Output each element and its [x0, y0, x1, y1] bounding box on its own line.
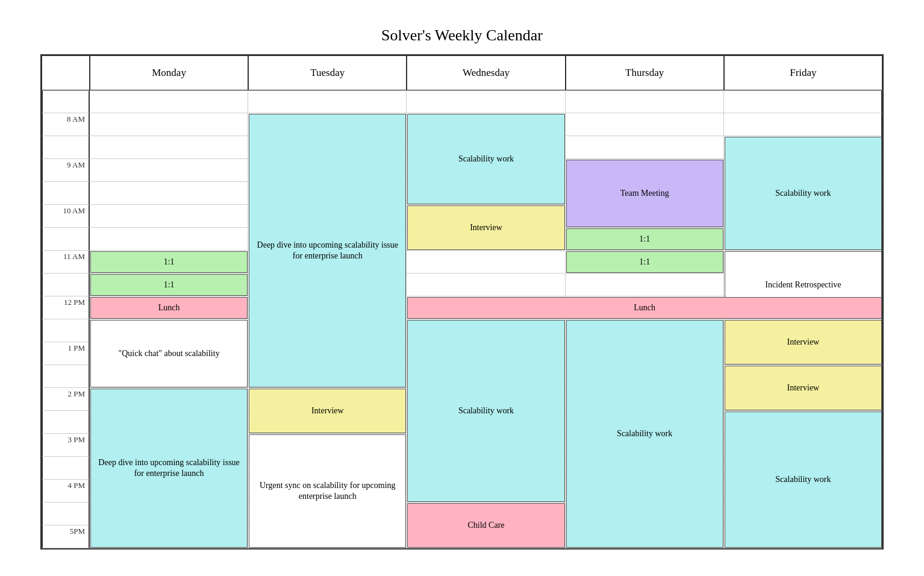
- day-cell: [90, 205, 248, 228]
- time-header: [42, 55, 90, 90]
- calendar-event[interactable]: Lunch: [90, 297, 248, 319]
- calendar-event[interactable]: Scalability work: [407, 114, 564, 204]
- calendar-event[interactable]: Scalability work: [725, 412, 882, 548]
- calendar-event[interactable]: "Quick chat" about scalability: [90, 320, 248, 387]
- time-label: [42, 90, 90, 113]
- day-cell: [90, 159, 248, 182]
- calendar-body: 8 AM9 AM10 AM11 AM12 PM1 PM2 PM3 PM4 PM5…: [42, 90, 882, 548]
- day-cell: [566, 90, 724, 113]
- day-cell: [566, 113, 724, 136]
- header-wednesday: Wednesday: [407, 55, 565, 90]
- time-label: 11 AM: [42, 251, 90, 274]
- time-label: [42, 228, 90, 251]
- day-cell: [724, 113, 882, 136]
- time-label: [42, 502, 90, 525]
- calendar-event[interactable]: Deep dive into upcoming scalability issu…: [249, 114, 406, 387]
- day-cell: [566, 274, 724, 296]
- calendar-event[interactable]: Interview: [249, 389, 406, 433]
- calendar-event[interactable]: Scalability work: [725, 137, 882, 250]
- time-label: 2 PM: [42, 388, 90, 411]
- time-label: 8 AM: [42, 113, 90, 136]
- time-label: 12 PM: [42, 296, 90, 319]
- time-label: [42, 411, 90, 434]
- header-friday: Friday: [724, 55, 882, 90]
- time-label: 10 AM: [42, 205, 90, 228]
- time-label: [42, 365, 90, 388]
- time-label: 9 AM: [42, 159, 90, 182]
- day-cell: [90, 113, 248, 136]
- time-label: [42, 274, 90, 296]
- time-label: 5PM: [42, 525, 90, 548]
- day-cell: [407, 90, 565, 113]
- header-thursday: Thursday: [566, 55, 724, 90]
- calendar-event[interactable]: Scalability work: [566, 320, 723, 548]
- day-cell: [724, 90, 882, 113]
- day-cell: [407, 274, 565, 296]
- time-label: 3 PM: [42, 434, 90, 457]
- calendar-event[interactable]: Interview: [725, 366, 882, 410]
- calendar-event[interactable]: Interview: [407, 205, 564, 250]
- day-cell: [407, 251, 565, 274]
- time-label: [42, 457, 90, 480]
- time-label: 1 PM: [42, 342, 90, 365]
- calendar-event[interactable]: Interview: [725, 320, 882, 365]
- day-cell: [90, 136, 248, 159]
- day-cell: [248, 90, 407, 113]
- header-monday: Monday: [90, 55, 248, 90]
- calendar-event[interactable]: 1:1: [90, 251, 248, 273]
- calendar-event[interactable]: 1:1: [566, 228, 723, 250]
- day-cell: [90, 182, 248, 205]
- time-label: [42, 182, 90, 205]
- calendar-event[interactable]: Scalability work: [407, 320, 564, 502]
- calendar-event[interactable]: Child Care: [407, 503, 564, 548]
- calendar-event[interactable]: Lunch: [407, 297, 882, 319]
- calendar-title: Solver's Weekly Calendar: [40, 27, 884, 45]
- day-cell: [90, 90, 248, 113]
- calendar-grid: Monday Tuesday Wednesday Thursday Friday…: [40, 54, 884, 549]
- header-tuesday: Tuesday: [248, 55, 407, 90]
- day-cell: [566, 136, 724, 159]
- calendar-event[interactable]: 1:1: [90, 274, 248, 296]
- calendar-event[interactable]: Team Meeting: [566, 160, 723, 227]
- calendar-event[interactable]: Deep dive into upcoming scalability issu…: [90, 389, 248, 548]
- calendar-event[interactable]: 1:1: [566, 251, 723, 273]
- calendar-wrapper: Solver's Weekly Calendar Monday Tuesday …: [40, 27, 884, 549]
- time-label: [42, 136, 90, 159]
- day-cell: [90, 228, 248, 251]
- time-label: [42, 319, 90, 342]
- calendar-event[interactable]: Urgent sync on scalability for upcoming …: [249, 434, 406, 548]
- time-label: 4 PM: [42, 480, 90, 502]
